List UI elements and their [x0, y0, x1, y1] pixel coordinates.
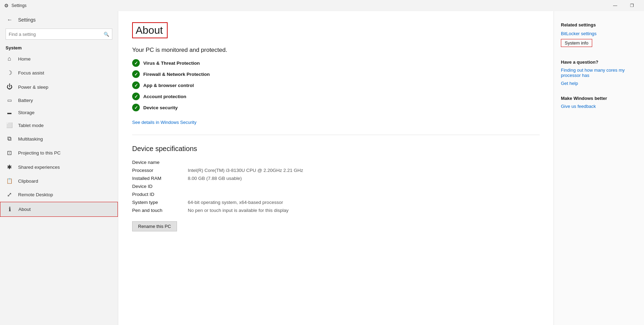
- make-windows-title: Make Windows better: [561, 96, 637, 101]
- sidebar-item-label: Projecting to this PC: [18, 150, 61, 156]
- protection-label-1: Firewall & Network Protection: [143, 72, 210, 77]
- sidebar-item-battery[interactable]: ▭ Battery: [0, 94, 118, 106]
- see-details-link[interactable]: See details in Windows Security: [132, 120, 196, 125]
- system-info-link[interactable]: System info: [561, 39, 592, 47]
- protection-headline: Your PC is monitored and protected.: [132, 47, 540, 54]
- related-settings-title: Related settings: [561, 22, 637, 27]
- have-question-title: Have a question?: [561, 60, 637, 65]
- finding-cores-link[interactable]: Finding out how many cores my processor …: [561, 68, 637, 78]
- search-input[interactable]: [9, 32, 104, 37]
- section-divider: [132, 135, 540, 135]
- sidebar-item-label: Storage: [18, 110, 34, 115]
- protection-item-0: Virus & Threat Protection: [132, 59, 540, 67]
- titlebar-icon: ⚙: [4, 3, 9, 8]
- titlebar: ⚙ Settings — ❐: [0, 0, 644, 11]
- protection-item-1: Firewall & Network Protection: [132, 70, 540, 78]
- spec-value-1: Intel(R) Core(TM) i3-8130U CPU @ 2.20GHz…: [188, 168, 540, 173]
- sidebar-item-home[interactable]: ⌂ Home: [0, 52, 118, 66]
- check-circle-2: [132, 81, 140, 89]
- sidebar-item-label: Home: [18, 56, 31, 62]
- right-panel: Related settings BitLocker settings Syst…: [554, 11, 644, 325]
- spec-label-1: Processor: [132, 168, 188, 173]
- have-question-section: Have a question? Finding out how many co…: [561, 60, 637, 86]
- sidebar-item-label: Shared experiences: [18, 165, 60, 170]
- protection-item-2: App & browser control: [132, 81, 540, 89]
- sidebar-item-label: Tablet mode: [18, 123, 44, 128]
- storage-icon: ▬: [6, 110, 13, 115]
- sidebar-top: ← Settings: [0, 11, 118, 27]
- check-circle-3: [132, 93, 140, 100]
- spec-value-3: [188, 184, 540, 189]
- sidebar-item-projecting[interactable]: ⊡ Projecting to this PC: [0, 146, 118, 160]
- spec-label-6: Pen and touch: [132, 208, 188, 213]
- power-icon: ⏻: [6, 84, 13, 90]
- check-circle-1: [132, 70, 140, 78]
- check-circle-4: [132, 104, 140, 111]
- focus-assist-icon: ☽: [6, 69, 13, 77]
- tablet-icon: ⬜: [6, 122, 13, 128]
- sidebar-item-about[interactable]: ℹ About: [0, 202, 118, 217]
- spec-label-2: Installed RAM: [132, 176, 188, 181]
- make-windows-section: Make Windows better Give us feedback: [561, 96, 637, 109]
- sidebar-app-title: Settings: [18, 17, 36, 23]
- device-specs-title: Device specifications: [132, 145, 540, 153]
- battery-icon: ▭: [6, 97, 13, 103]
- spec-label-0: Device name: [132, 160, 188, 165]
- search-icon: 🔍: [104, 32, 109, 37]
- sidebar-item-remote-desktop[interactable]: ⤢ Remote Desktop: [0, 188, 118, 202]
- sidebar-item-label: Battery: [18, 98, 33, 103]
- spec-value-6: No pen or touch input is available for t…: [188, 208, 540, 213]
- get-help-link[interactable]: Get help: [561, 81, 637, 86]
- search-box[interactable]: 🔍: [6, 29, 112, 40]
- titlebar-controls: — ❐: [607, 0, 640, 11]
- spec-value-2: 8.00 GB (7.88 GB usable): [188, 176, 540, 181]
- spec-table: Device name Processor Intel(R) Core(TM) …: [132, 160, 540, 213]
- sidebar-section-label: System: [0, 44, 118, 52]
- sidebar-item-storage[interactable]: ▬ Storage: [0, 106, 118, 119]
- multitasking-icon: ⧉: [6, 135, 13, 142]
- bitlocker-settings-link[interactable]: BitLocker settings: [561, 31, 637, 36]
- sidebar-item-clipboard[interactable]: 📋 Clipboard: [0, 174, 118, 188]
- protection-label-4: Device security: [143, 105, 178, 110]
- give-feedback-link[interactable]: Give us feedback: [561, 104, 637, 109]
- protection-label-3: Account protection: [143, 94, 186, 99]
- protection-item-3: Account protection: [132, 93, 540, 100]
- sidebar-item-label: Remote Desktop: [18, 192, 53, 197]
- sidebar-item-label: Power & sleep: [18, 85, 48, 90]
- sidebar-item-label: Clipboard: [18, 179, 38, 184]
- remote-desktop-icon: ⤢: [6, 191, 13, 198]
- restore-button[interactable]: ❐: [624, 0, 640, 11]
- spec-label-3: Device ID: [132, 184, 188, 189]
- protection-item-4: Device security: [132, 104, 540, 111]
- shared-icon: ✱: [6, 164, 13, 171]
- protection-label-0: Virus & Threat Protection: [143, 61, 200, 66]
- titlebar-title: Settings: [11, 3, 26, 8]
- about-icon: ℹ: [6, 206, 14, 213]
- spec-label-5: System type: [132, 200, 188, 205]
- spec-value-5: 64-bit operating system, x64-based proce…: [188, 200, 540, 205]
- minimize-button[interactable]: —: [607, 0, 623, 11]
- spec-value-4: [188, 192, 540, 197]
- page-title: About: [132, 22, 168, 38]
- sidebar-item-power-sleep[interactable]: ⏻ Power & sleep: [0, 80, 118, 94]
- home-icon: ⌂: [6, 55, 13, 62]
- spec-value-0: [188, 160, 540, 165]
- app-body: ← Settings 🔍 System ⌂ Home ☽ Focus assis…: [0, 11, 644, 325]
- rename-pc-button[interactable]: Rename this PC: [132, 221, 177, 231]
- sidebar-item-shared-experiences[interactable]: ✱ Shared experiences: [0, 160, 118, 174]
- sidebar: ← Settings 🔍 System ⌂ Home ☽ Focus assis…: [0, 11, 118, 325]
- sidebar-item-tablet-mode[interactable]: ⬜ Tablet mode: [0, 119, 118, 132]
- spec-label-4: Product ID: [132, 192, 188, 197]
- sidebar-item-multitasking[interactable]: ⧉ Multitasking: [0, 132, 118, 146]
- protection-label-2: App & browser control: [143, 83, 194, 88]
- sidebar-item-label: About: [18, 207, 31, 212]
- check-circle-0: [132, 59, 140, 67]
- sidebar-item-label: Multitasking: [18, 136, 43, 142]
- back-button[interactable]: ←: [6, 15, 14, 24]
- clipboard-icon: 📋: [6, 178, 13, 184]
- main-content: About Your PC is monitored and protected…: [118, 11, 554, 325]
- projecting-icon: ⊡: [6, 149, 13, 157]
- sidebar-item-focus-assist[interactable]: ☽ Focus assist: [0, 66, 118, 80]
- sidebar-item-label: Focus assist: [18, 70, 44, 76]
